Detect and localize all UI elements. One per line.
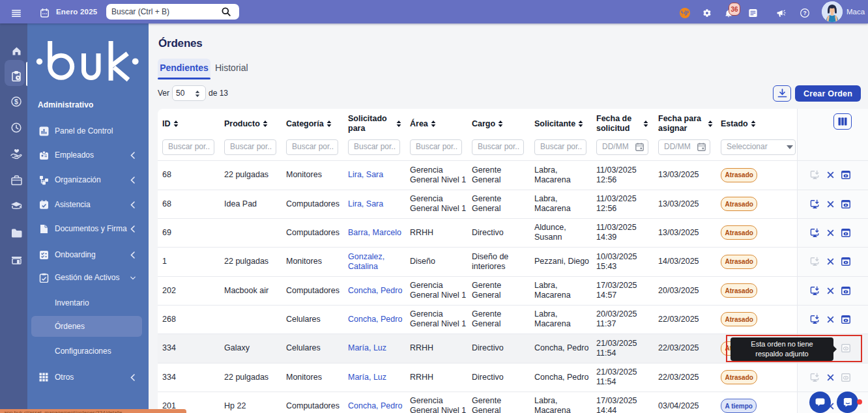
svg-text:$: $ xyxy=(14,98,18,106)
svg-text:?: ? xyxy=(803,10,806,16)
